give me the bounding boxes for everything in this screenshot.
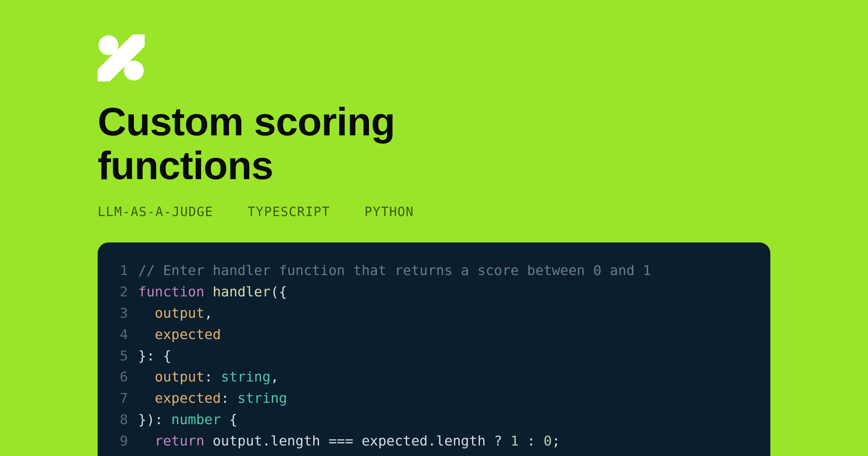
percent-logo-icon bbox=[98, 34, 145, 81]
page-title: Custom scoring functions bbox=[98, 100, 532, 187]
code-content: return output.length === expected.length… bbox=[138, 430, 560, 452]
code-line: 2function handler({ bbox=[116, 281, 752, 303]
line-number: 6 bbox=[116, 366, 138, 388]
code-line: 4 expected bbox=[116, 324, 752, 345]
code-line: 7 expected: string bbox=[116, 388, 752, 409]
code-editor: 1// Enter handler function that returns … bbox=[98, 242, 770, 456]
tag-item: PYTHON bbox=[365, 204, 414, 219]
code-content: expected: string bbox=[138, 388, 287, 409]
line-number: 8 bbox=[116, 409, 138, 430]
line-number: 9 bbox=[116, 430, 138, 452]
tag-list: LLM-AS-A-JUDGE TYPESCRIPT PYTHON bbox=[98, 204, 770, 219]
code-line: 5}: { bbox=[116, 345, 752, 367]
code-line: 8}): number { bbox=[116, 409, 752, 430]
code-content: output, bbox=[138, 303, 213, 324]
tag-item: LLM-AS-A-JUDGE bbox=[98, 204, 213, 219]
code-line: 9 return output.length === expected.leng… bbox=[116, 430, 752, 452]
line-number: 4 bbox=[116, 324, 138, 345]
line-number: 7 bbox=[116, 388, 138, 409]
line-number: 1 bbox=[116, 260, 138, 281]
line-number: 2 bbox=[116, 281, 138, 303]
line-number: 3 bbox=[116, 303, 138, 324]
code-content: }: { bbox=[138, 345, 171, 367]
code-content: output: string, bbox=[138, 366, 279, 388]
code-line: 6 output: string, bbox=[116, 366, 752, 388]
line-number: 5 bbox=[116, 345, 138, 367]
code-line: 3 output, bbox=[116, 303, 752, 324]
code-content: }): number { bbox=[138, 409, 238, 430]
code-content: expected bbox=[138, 324, 221, 345]
code-content: function handler({ bbox=[138, 281, 287, 303]
code-content: // Enter handler function that returns a… bbox=[138, 260, 651, 281]
page: Custom scoring functions LLM-AS-A-JUDGE … bbox=[0, 0, 868, 456]
code-line: 1// Enter handler function that returns … bbox=[116, 260, 752, 281]
tag-item: TYPESCRIPT bbox=[248, 204, 330, 219]
